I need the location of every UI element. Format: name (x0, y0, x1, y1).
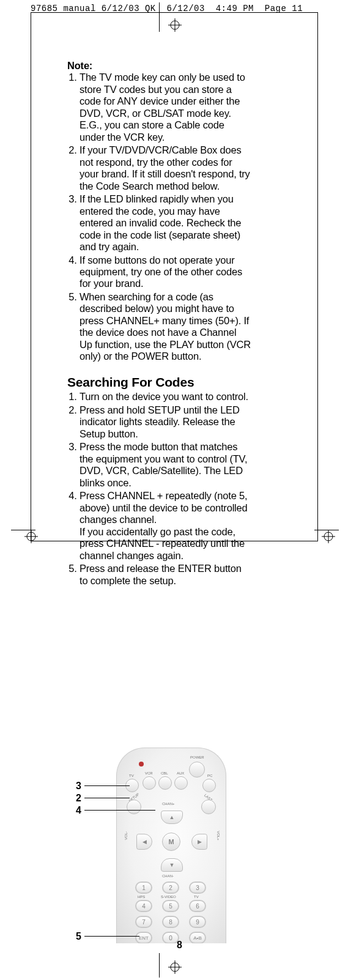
callout-3-line (84, 785, 130, 786)
mode-pc-button (202, 779, 216, 792)
num-1: 1 (135, 882, 152, 894)
chan-plus-label: CHAN+ (162, 802, 175, 806)
search-title: Searching For Codes (67, 375, 251, 390)
num-5: 5 (162, 900, 179, 912)
callout-2-line (84, 798, 130, 798)
note-item: If some buttons do not operate your equi… (80, 254, 251, 290)
search-step: Press CHANNEL + repeatedly (note 5, abov… (80, 490, 251, 562)
down-arrow-icon: ▼ (169, 862, 175, 868)
callout-5-line (84, 936, 139, 937)
mode-cbl-button (158, 776, 172, 790)
registration-mark-bottom (168, 960, 182, 976)
num-2: 2 (162, 882, 179, 894)
search-step: Press the mode button that matches the e… (80, 441, 251, 489)
search-step: Press and release the ENTER button to co… (80, 563, 251, 587)
mode-aux-label: AUX (177, 771, 184, 775)
num-4: 4 (135, 900, 152, 912)
power-label: POWER (190, 755, 204, 759)
mode-pc-label: PC (207, 774, 212, 778)
registration-mark-top (168, 18, 182, 34)
top-tick (159, 2, 160, 32)
vol-up-button: ▶ (191, 834, 207, 850)
mode-vcr-label: VCR (145, 771, 153, 775)
note-title: Note: (67, 60, 251, 72)
last-button (201, 800, 216, 814)
callout-4: 4 (76, 805, 81, 816)
registration-mark-left (24, 530, 38, 546)
callout-2: 2 (76, 793, 81, 804)
note-item: When searching for a code (as described … (80, 291, 251, 363)
remote-illustration: POWER TV VCR CBL AUX PC SETUP LAST CHAN+… (116, 748, 226, 943)
mode-tv-label: TV (129, 774, 134, 778)
num-6: 6 (189, 900, 206, 912)
header-time: 4:49 PM (216, 4, 254, 13)
menu-button: M (162, 833, 180, 851)
num-3: 3 (189, 882, 206, 894)
chan-down-button: ▼ (161, 858, 183, 872)
note-list: The TV mode key can only be used to stor… (67, 72, 251, 362)
num-8: 8 (162, 916, 179, 928)
led-indicator (139, 762, 144, 767)
right-arrow-icon: ▶ (198, 839, 202, 845)
mode-aux-button (174, 776, 188, 790)
note-item: The TV mode key can only be used to stor… (80, 72, 251, 143)
vol-down-button: ◀ (136, 834, 152, 850)
registration-mark-right (322, 530, 335, 546)
note-item: If your TV/DVD/VCR/Cable Box does not re… (80, 144, 251, 192)
svideo-label: S-VIDEO (161, 895, 176, 899)
header-page: Page 11 (265, 4, 303, 13)
page-number: 8 (0, 940, 359, 951)
left-arrow-icon: ◀ (142, 839, 147, 845)
setup-button (127, 800, 141, 814)
tv-sub-label: TV (194, 895, 199, 899)
bottom-tick (159, 953, 160, 978)
print-header: 97685 manual 6/12/03 QK 6/12/03 4:49 PM … (31, 4, 347, 13)
search-step: Press and hold SETUP until the LED indic… (80, 404, 251, 440)
chan-minus-label: CHAN- (162, 874, 174, 878)
note-item: If the LED blinked rapidly when you ente… (80, 193, 251, 253)
vol-plus-label: VOL+ (217, 831, 220, 841)
power-button (189, 762, 205, 778)
callout-4-line (84, 810, 155, 811)
chan-up-button: ▲ (161, 811, 183, 824)
mode-cbl-label: CBL (161, 771, 168, 775)
mode-vcr-button (142, 776, 156, 790)
callout-3: 3 (76, 781, 81, 792)
header-filename: 97685 manual 6/12/03 QK (31, 4, 156, 13)
dpad: ▲ ▼ ◀ ▶ M (140, 820, 204, 867)
num-7: 7 (135, 916, 152, 928)
hps-label: HPS (138, 895, 145, 899)
vol-minus-label: VOL- (124, 831, 128, 840)
search-steps: Turn on the device you want to control. … (67, 391, 251, 587)
num-9: 9 (189, 916, 206, 928)
up-arrow-icon: ▲ (169, 814, 175, 820)
search-step: Turn on the device you want to control. (80, 391, 251, 403)
body-text: Note: The TV mode key can only be used t… (67, 60, 251, 588)
header-date: 6/12/03 (167, 4, 205, 13)
